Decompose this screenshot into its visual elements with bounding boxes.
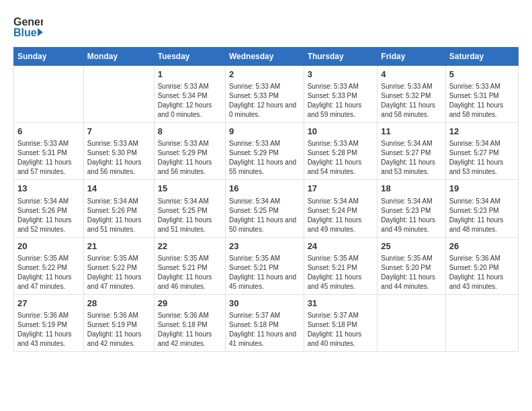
day-header-friday: Friday <box>378 48 445 66</box>
day-number: 3 <box>308 68 374 81</box>
calendar-cell: 17Sunrise: 5:34 AMSunset: 5:24 PMDayligh… <box>304 180 378 237</box>
cell-info: Sunrise: 5:33 AMSunset: 5:33 PMDaylight:… <box>229 82 300 120</box>
logo: General Blue <box>13 13 43 40</box>
day-number: 25 <box>381 240 441 253</box>
cell-info: Sunrise: 5:34 AMSunset: 5:26 PMDaylight:… <box>17 197 80 234</box>
day-number: 14 <box>87 183 150 195</box>
cell-info: Sunrise: 5:37 AMSunset: 5:18 PMDaylight:… <box>229 311 300 349</box>
week-row-4: 20Sunrise: 5:35 AMSunset: 5:22 PMDayligh… <box>14 237 519 294</box>
cell-info: Sunrise: 5:34 AMSunset: 5:25 PMDaylight:… <box>158 197 222 234</box>
day-number: 23 <box>229 240 300 253</box>
day-number: 19 <box>449 183 515 195</box>
calendar-cell: 19Sunrise: 5:34 AMSunset: 5:23 PMDayligh… <box>445 180 518 237</box>
calendar-cell <box>14 66 84 123</box>
calendar-cell: 9Sunrise: 5:33 AMSunset: 5:29 PMDaylight… <box>225 123 304 180</box>
cell-info: Sunrise: 5:36 AMSunset: 5:18 PMDaylight:… <box>158 311 222 349</box>
cell-info: Sunrise: 5:33 AMSunset: 5:33 PMDaylight:… <box>308 82 374 120</box>
calendar-cell: 14Sunrise: 5:34 AMSunset: 5:26 PMDayligh… <box>83 180 154 237</box>
cell-info: Sunrise: 5:35 AMSunset: 5:21 PMDaylight:… <box>308 254 374 291</box>
calendar-cell <box>445 294 518 351</box>
calendar-cell: 21Sunrise: 5:35 AMSunset: 5:22 PMDayligh… <box>83 237 154 294</box>
calendar-cell: 4Sunrise: 5:33 AMSunset: 5:32 PMDaylight… <box>378 66 445 123</box>
calendar-cell: 22Sunrise: 5:35 AMSunset: 5:21 PMDayligh… <box>154 237 225 294</box>
calendar-cell: 29Sunrise: 5:36 AMSunset: 5:18 PMDayligh… <box>154 294 225 351</box>
cell-info: Sunrise: 5:36 AMSunset: 5:19 PMDaylight:… <box>17 311 80 349</box>
calendar-cell: 3Sunrise: 5:33 AMSunset: 5:33 PMDaylight… <box>304 66 378 123</box>
calendar-cell: 26Sunrise: 5:36 AMSunset: 5:20 PMDayligh… <box>445 237 518 294</box>
calendar-cell: 6Sunrise: 5:33 AMSunset: 5:31 PMDaylight… <box>14 123 84 180</box>
svg-text:Blue: Blue <box>13 27 37 38</box>
calendar-cell: 1Sunrise: 5:33 AMSunset: 5:34 PMDaylight… <box>154 66 225 123</box>
day-header-thursday: Thursday <box>304 48 378 66</box>
calendar-cell: 7Sunrise: 5:33 AMSunset: 5:30 PMDaylight… <box>83 123 154 180</box>
day-number: 18 <box>381 183 441 195</box>
calendar-table: SundayMondayTuesdayWednesdayThursdayFrid… <box>13 47 519 352</box>
day-number: 2 <box>229 68 300 81</box>
day-number: 24 <box>308 240 374 253</box>
day-number: 13 <box>17 183 80 195</box>
logo-icon: General Blue <box>13 13 43 40</box>
day-number: 5 <box>449 68 515 81</box>
day-number: 12 <box>449 126 515 138</box>
calendar-cell: 15Sunrise: 5:34 AMSunset: 5:25 PMDayligh… <box>154 180 225 237</box>
cell-info: Sunrise: 5:34 AMSunset: 5:27 PMDaylight:… <box>381 139 441 177</box>
cell-info: Sunrise: 5:33 AMSunset: 5:34 PMDaylight:… <box>158 82 222 120</box>
day-number: 21 <box>87 240 150 253</box>
week-row-1: 1Sunrise: 5:33 AMSunset: 5:34 PMDaylight… <box>14 66 519 123</box>
calendar-cell: 18Sunrise: 5:34 AMSunset: 5:23 PMDayligh… <box>378 180 445 237</box>
calendar-cell: 24Sunrise: 5:35 AMSunset: 5:21 PMDayligh… <box>304 237 378 294</box>
day-header-saturday: Saturday <box>445 48 518 66</box>
calendar-cell: 27Sunrise: 5:36 AMSunset: 5:19 PMDayligh… <box>14 294 84 351</box>
calendar-body: 1Sunrise: 5:33 AMSunset: 5:34 PMDaylight… <box>14 66 519 352</box>
day-number: 28 <box>87 298 150 310</box>
cell-info: Sunrise: 5:34 AMSunset: 5:24 PMDaylight:… <box>308 197 374 234</box>
calendar-cell: 31Sunrise: 5:37 AMSunset: 5:18 PMDayligh… <box>304 294 378 351</box>
cell-info: Sunrise: 5:35 AMSunset: 5:21 PMDaylight:… <box>158 254 222 291</box>
calendar-cell: 16Sunrise: 5:34 AMSunset: 5:25 PMDayligh… <box>225 180 304 237</box>
day-number: 31 <box>308 298 374 310</box>
cell-info: Sunrise: 5:35 AMSunset: 5:22 PMDaylight:… <box>87 254 150 291</box>
cell-info: Sunrise: 5:35 AMSunset: 5:20 PMDaylight:… <box>381 254 441 291</box>
cell-info: Sunrise: 5:34 AMSunset: 5:23 PMDaylight:… <box>449 197 515 234</box>
day-number: 16 <box>229 183 300 195</box>
day-number: 17 <box>308 183 374 195</box>
calendar-cell: 30Sunrise: 5:37 AMSunset: 5:18 PMDayligh… <box>225 294 304 351</box>
cell-info: Sunrise: 5:36 AMSunset: 5:19 PMDaylight:… <box>87 311 150 349</box>
calendar-cell: 23Sunrise: 5:35 AMSunset: 5:21 PMDayligh… <box>225 237 304 294</box>
day-header-tuesday: Tuesday <box>154 48 225 66</box>
cell-info: Sunrise: 5:33 AMSunset: 5:28 PMDaylight:… <box>308 139 374 177</box>
week-row-3: 13Sunrise: 5:34 AMSunset: 5:26 PMDayligh… <box>14 180 519 237</box>
page-header: General Blue <box>13 13 519 40</box>
cell-info: Sunrise: 5:34 AMSunset: 5:23 PMDaylight:… <box>381 197 441 234</box>
cell-info: Sunrise: 5:34 AMSunset: 5:26 PMDaylight:… <box>87 197 150 234</box>
cell-info: Sunrise: 5:34 AMSunset: 5:27 PMDaylight:… <box>449 139 515 177</box>
day-number: 20 <box>17 240 80 253</box>
svg-text:General: General <box>13 16 43 28</box>
cell-info: Sunrise: 5:35 AMSunset: 5:21 PMDaylight:… <box>229 254 300 291</box>
calendar-cell: 5Sunrise: 5:33 AMSunset: 5:31 PMDaylight… <box>445 66 518 123</box>
day-header-monday: Monday <box>83 48 154 66</box>
day-number: 4 <box>381 68 441 81</box>
svg-marker-2 <box>38 28 43 36</box>
week-row-5: 27Sunrise: 5:36 AMSunset: 5:19 PMDayligh… <box>14 294 519 351</box>
day-header-sunday: Sunday <box>14 48 84 66</box>
day-number: 7 <box>87 126 150 138</box>
cell-info: Sunrise: 5:37 AMSunset: 5:18 PMDaylight:… <box>308 311 374 349</box>
week-row-2: 6Sunrise: 5:33 AMSunset: 5:31 PMDaylight… <box>14 123 519 180</box>
day-number: 22 <box>158 240 222 253</box>
day-number: 30 <box>229 298 300 310</box>
calendar-cell: 28Sunrise: 5:36 AMSunset: 5:19 PMDayligh… <box>83 294 154 351</box>
day-number: 26 <box>449 240 515 253</box>
calendar-cell: 8Sunrise: 5:33 AMSunset: 5:29 PMDaylight… <box>154 123 225 180</box>
calendar-cell: 20Sunrise: 5:35 AMSunset: 5:22 PMDayligh… <box>14 237 84 294</box>
day-number: 15 <box>158 183 222 195</box>
calendar-cell: 2Sunrise: 5:33 AMSunset: 5:33 PMDaylight… <box>225 66 304 123</box>
day-number: 11 <box>381 126 441 138</box>
calendar-cell: 25Sunrise: 5:35 AMSunset: 5:20 PMDayligh… <box>378 237 445 294</box>
day-header-wednesday: Wednesday <box>225 48 304 66</box>
calendar-cell: 12Sunrise: 5:34 AMSunset: 5:27 PMDayligh… <box>445 123 518 180</box>
day-number: 29 <box>158 298 222 310</box>
cell-info: Sunrise: 5:36 AMSunset: 5:20 PMDaylight:… <box>449 254 515 291</box>
calendar-header-row: SundayMondayTuesdayWednesdayThursdayFrid… <box>14 48 519 66</box>
cell-info: Sunrise: 5:35 AMSunset: 5:22 PMDaylight:… <box>17 254 80 291</box>
